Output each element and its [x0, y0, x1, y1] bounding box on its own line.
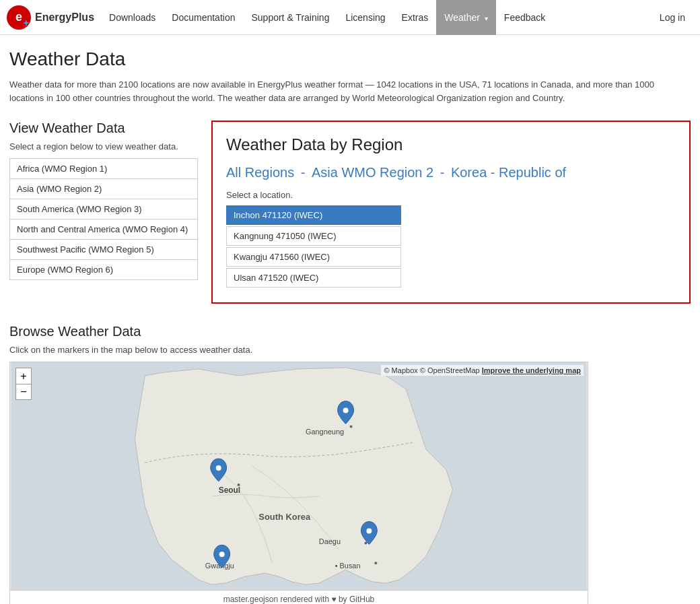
nav-item-weather[interactable]: Weather ▾	[436, 0, 496, 35]
nav-item-extras[interactable]: Extras	[394, 0, 437, 35]
svg-point-14	[366, 529, 372, 534]
brand-link[interactable]: e EnergyPlus	[7, 5, 94, 30]
map-zoom-controls: + −	[15, 368, 32, 400]
brand-icon: e	[7, 5, 31, 30]
nav-link-weather[interactable]: Weather ▾	[436, 0, 496, 35]
page-title: Weather Data	[9, 48, 691, 70]
svg-text:Daegu: Daegu	[319, 537, 341, 545]
breadcrumb-sep-1: -	[301, 165, 309, 180]
svg-text:South Korea: South Korea	[258, 512, 311, 522]
region-panel: Weather Data by Region All Regions - Asi…	[211, 121, 691, 304]
svg-text:• Busan: • Busan	[335, 562, 361, 570]
zoom-in-button[interactable]: +	[15, 368, 32, 384]
browse-section: Browse Weather Data Click on the markers…	[9, 324, 691, 604]
location-list: Inchon 471120 (IWEC) Kangnung 471050 (IW…	[226, 205, 401, 288]
brand-name: EnergyPlus	[35, 11, 94, 24]
map-credit: © Mapbox © OpenStreetMap Improve the und…	[381, 365, 584, 376]
svg-point-12	[343, 408, 349, 413]
svg-point-11	[374, 562, 377, 564]
two-col-layout: View Weather Data Select a region below …	[9, 121, 691, 304]
nav-link-feedback[interactable]: Feedback	[496, 0, 553, 35]
breadcrumb-korea[interactable]: Korea - Republic of	[451, 165, 566, 180]
region-item-asia[interactable]: Asia (WMO Region 2)	[10, 179, 197, 199]
nav-link-documentation[interactable]: Documentation	[164, 0, 243, 35]
nav-link-downloads[interactable]: Downloads	[101, 0, 164, 35]
left-column: View Weather Data Select a region below …	[9, 121, 198, 304]
region-panel-title: Weather Data by Region	[226, 135, 676, 154]
location-kwangju[interactable]: Kwangju 471560 (IWEC)	[226, 247, 401, 267]
nav-link-support[interactable]: Support & Training	[243, 0, 337, 35]
location-ulsan[interactable]: Ulsan 471520 (IWEC)	[226, 268, 401, 288]
navbar: e EnergyPlus Downloads Documentation Sup…	[0, 0, 700, 35]
map-container[interactable]: Seoul Gangneung South Korea Daegu • Busa…	[9, 362, 588, 591]
region-item-africa[interactable]: Africa (WMO Region 1)	[10, 159, 197, 179]
region-item-europe[interactable]: Europe (WMO Region 6)	[10, 260, 197, 279]
view-weather-title: View Weather Data	[9, 121, 198, 136]
svg-point-15	[219, 551, 225, 557]
region-item-south-america[interactable]: South America (WMO Region 3)	[10, 199, 197, 220]
location-kangnung[interactable]: Kangnung 471050 (IWEC)	[226, 226, 401, 246]
page-description: Weather data for more than 2100 location…	[9, 78, 691, 104]
nav-item-support[interactable]: Support & Training	[243, 0, 337, 35]
select-location-text: Select a location.	[226, 190, 676, 200]
svg-point-9	[350, 425, 353, 428]
browse-weather-title: Browse Weather Data	[9, 324, 691, 339]
nav-link-extras[interactable]: Extras	[394, 0, 437, 35]
view-weather-instruction: Select a region below to view weather da…	[9, 141, 198, 152]
main-content: Weather Data Weather data for more than …	[0, 35, 700, 604]
location-inchon[interactable]: Inchon 471120 (IWEC)	[226, 205, 401, 225]
breadcrumb: All Regions - Asia WMO Region 2 - Korea …	[226, 165, 676, 180]
weather-caret-icon: ▾	[485, 15, 488, 22]
breadcrumb-asia-region[interactable]: Asia WMO Region 2	[312, 165, 433, 180]
nav-item-downloads[interactable]: Downloads	[101, 0, 164, 35]
svg-point-13	[216, 465, 221, 471]
breadcrumb-sep-2: -	[440, 165, 448, 180]
region-item-southwest-pacific[interactable]: Southwest Pacific (WMO Region 5)	[10, 240, 197, 260]
region-list: Africa (WMO Region 1) Asia (WMO Region 2…	[9, 158, 198, 280]
nav-item-licensing[interactable]: Licensing	[337, 0, 393, 35]
nav-link-licensing[interactable]: Licensing	[337, 0, 393, 35]
map-footer: master.geojson rendered with ♥ by GitHub	[9, 591, 588, 604]
zoom-out-button[interactable]: −	[15, 384, 32, 400]
region-item-north-central-america[interactable]: North and Central America (WMO Region 4)	[10, 220, 197, 240]
svg-text:Seoul: Seoul	[219, 485, 240, 495]
login-link[interactable]: Log in	[652, 0, 693, 35]
nav-item-feedback[interactable]: Feedback	[496, 0, 553, 35]
map-footer-text: master.geojson rendered with ♥ by GitHub	[223, 595, 375, 604]
svg-point-8	[238, 483, 240, 486]
korea-map-svg: Seoul Gangneung South Korea Daegu • Busa…	[10, 362, 588, 590]
nav-item-documentation[interactable]: Documentation	[164, 0, 243, 35]
map-improve-link[interactable]: Improve the underlying map	[482, 366, 581, 374]
breadcrumb-all-regions[interactable]: All Regions	[226, 165, 294, 180]
map-instruction: Click on the markers in the map below to…	[9, 345, 691, 355]
nav-menu: Downloads Documentation Support & Traini…	[101, 0, 652, 35]
svg-text:Gangneung: Gangneung	[306, 428, 344, 436]
